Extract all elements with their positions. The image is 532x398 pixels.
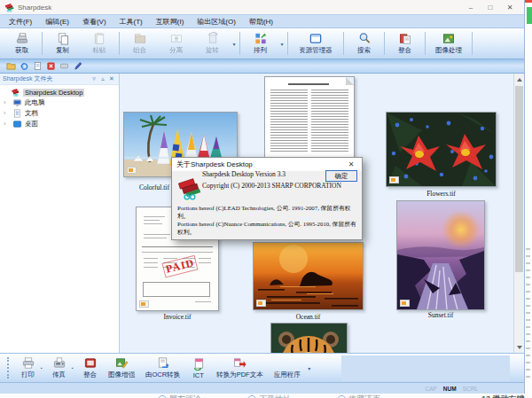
convert-to-pdf-text-button[interactable]: 转换为PDF文本 [211,356,269,379]
toolbar-separator [287,32,288,55]
toolbar-separator [42,32,43,55]
ict-icon [191,357,206,371]
scrollbar-thumb[interactable] [515,86,523,272]
explorer-button[interactable]: 资源管理器 [290,32,341,55]
refresh-icon[interactable] [20,61,29,71]
acquire-button[interactable]: 获取 [4,32,40,55]
search-icon [356,32,372,45]
tree-item-sharpdesk-desktop[interactable]: Sharpdesk Desktop [0,87,119,98]
maximize-button[interactable]: □ [481,4,500,12]
invoice-total-box [143,282,210,297]
menu-internet[interactable]: 互联网(I) [156,17,184,27]
background-right-text: 13 滑动右键 [481,394,525,398]
copy-button[interactable]: 复制 [44,32,81,55]
clipboard-icon [91,32,106,45]
dialog-title: 关于Sharpdesk Desktop [176,160,345,169]
dialog-copyright-text: Copyright (C) 2000-2013 SHARP CORPORATIO… [202,182,341,190]
convert-by-ocr-button[interactable]: 由OCR转换 [140,356,185,379]
rotate-button: 旋转 [194,32,231,55]
fax-button[interactable]: 传真 [46,356,72,379]
combine-icon [132,32,147,45]
close-button[interactable]: ✕ [500,4,520,12]
pdf-convert-icon [232,356,247,370]
window-title: Sharpdesk [18,4,461,12]
desktop-icon [12,120,22,129]
menu-tools[interactable]: 工具(T) [120,17,143,27]
background-bottom-strip: ◯网友评论 ◯下载地址 ◯收藏该页 13 滑动右键 [0,394,532,398]
merge-output-button[interactable]: 整合 [77,356,103,379]
scanner-icon [14,32,29,45]
combine-button: 组合 [121,32,158,55]
pane-collapse-icon[interactable]: ▿ [90,75,98,82]
image-processing-icon [442,32,457,45]
thumbnail-sunset[interactable]: Sunset.tif [396,200,485,310]
delete-icon[interactable] [46,61,56,71]
tree-item-desktop[interactable]: › 桌面 [0,119,119,129]
menu-help[interactable]: 帮助(H) [249,17,273,27]
thumbnail-ocean[interactable]: Ocean.tif [253,242,364,310]
toolbar-separator [384,32,385,55]
applications-button[interactable]: 应用程序 [269,357,306,379]
pane-expand-icon[interactable]: ▵ [98,75,107,82]
toolbar-drag-handle[interactable] [7,357,11,378]
tree-item-documents[interactable]: › 文档 [0,108,119,119]
dialog-close-icon[interactable]: ✕ [345,160,357,168]
pen-icon[interactable] [73,61,82,71]
image-enhance-button[interactable]: 图像增强 [103,356,140,379]
label-tag-icon[interactable] [59,61,69,71]
file-type-badge [127,167,137,174]
folder-tree: Sharpdesk Desktop › 此电脑 › 文档 › [0,85,119,129]
thumbnail-tiger[interactable] [270,323,348,353]
caps-lock-indicator: CAP [425,386,436,392]
document-text-column [311,90,348,153]
ict-button[interactable]: ICT [185,357,211,379]
background-green-sliver [527,7,532,24]
expander-icon[interactable]: › [4,98,10,108]
title-bar: Sharpdesk – □ ✕ [0,0,524,14]
search-button[interactable]: 搜索 [346,32,382,55]
pane-close-icon[interactable]: ✕ [107,75,116,82]
arrange-icon [253,32,268,45]
menu-edit[interactable]: 编辑(E) [45,17,69,27]
minimize-button[interactable]: – [461,4,481,12]
vertical-scrollbar[interactable] [513,74,524,353]
menu-file[interactable]: 文件(F) [9,17,32,27]
toolbar-separator [425,32,426,55]
rotate-dropdown-arrow-icon[interactable]: ▾ [231,41,238,47]
print-button[interactable]: 打印 [15,356,41,379]
arrange-button[interactable]: 排列 [242,32,278,55]
dialog-title-bar[interactable]: 关于Sharpdesk Desktop ✕ [172,158,362,171]
document-title-line [288,83,329,85]
expander-icon[interactable]: › [4,108,10,119]
num-lock-indicator: NUM [443,386,457,392]
folder-pane-title: Sharpdesk 文件夹 [3,74,90,83]
output-toolbar-panel [341,355,510,381]
arrange-dropdown-arrow-icon[interactable]: ▾ [278,41,286,47]
tree-item-this-pc[interactable]: › 此电脑 [0,98,119,108]
portions-line-nuance: Portions hereof (C)Nuance Communications… [177,220,359,236]
page-icon[interactable] [33,61,43,71]
about-dialog: 关于Sharpdesk Desktop ✕ Sharpdesk Desktop … [171,157,363,240]
fax-icon [51,356,66,370]
background-page-strip [525,0,532,398]
file-type-badge [389,176,399,183]
thumbnail-label: Sunset.tif [396,311,485,319]
main-toolbar: 获取 复制 粘贴 组合 分离 旋转 [0,27,524,59]
menu-view[interactable]: 查看(V) [82,17,106,27]
thumbnail-flowers[interactable]: Flowers.tif [386,112,497,187]
toolbar-separator [119,32,120,55]
menu-output-zone[interactable]: 输出区域(O) [197,17,236,27]
ocr-convert-icon [155,356,170,370]
applications-dropdown-icon[interactable]: ▾ [306,365,313,371]
rotate-icon [205,32,220,45]
file-type-badge [256,300,266,307]
thumbnail-document[interactable] [264,76,355,160]
ok-button[interactable]: 确定 [325,170,357,182]
open-folder-icon[interactable] [6,61,16,71]
expander-icon[interactable]: › [4,119,10,129]
scroll-up-arrow-icon[interactable] [514,74,524,85]
screen: ◯网友评论 ◯下载地址 ◯收藏该页 13 滑动右键 Sharpdesk – □ … [0,0,532,398]
image-processing-button[interactable]: 图像处理 [427,32,470,55]
merge-button[interactable]: 整合 [387,32,423,55]
scroll-down-arrow-icon[interactable] [514,341,524,353]
